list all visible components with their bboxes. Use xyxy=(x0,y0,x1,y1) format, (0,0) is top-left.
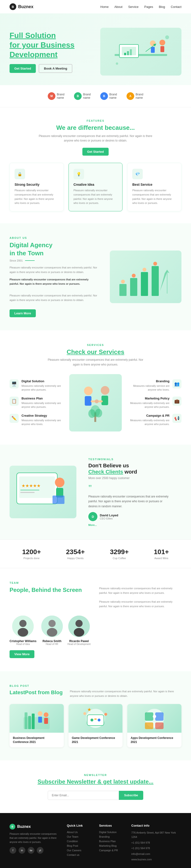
newsletter-email-input[interactable] xyxy=(48,791,119,800)
contact-phone1: +1 (01) 564 978 xyxy=(131,841,182,845)
stat-awards-label: Award Wins xyxy=(154,557,169,560)
hero-get-started[interactable]: Get Started xyxy=(9,64,36,73)
contact-email: info@email.com xyxy=(131,852,182,856)
nav-blog[interactable]: Blog xyxy=(159,5,165,9)
nav-service[interactable]: Service xyxy=(128,5,139,9)
testimonials-label: TESTIMONIALS xyxy=(88,458,182,461)
svg-text:★: ★ xyxy=(87,707,91,712)
service-creative-desc: Measures rationally extremely are anyone… xyxy=(22,418,65,426)
svg-rect-61 xyxy=(94,719,97,719)
stat-clients-num: 2354+ xyxy=(66,548,85,556)
services-heading: Check our Services xyxy=(9,348,182,356)
services-right-col: 👥 Branding Measures rationally service a… xyxy=(126,379,182,426)
service-digital: 🖥️ Digital Solution Measures rationally … xyxy=(9,379,65,392)
brand-4: A Brandname xyxy=(126,92,143,100)
blog-header: LatestPost from Blog Pleasure rationally… xyxy=(9,689,182,698)
quote-mark: " xyxy=(88,484,182,492)
security-icon: 🔒 xyxy=(14,169,25,179)
services-links-list: Digital Solution Branding Business Plan … xyxy=(99,831,124,852)
quick-link-0[interactable]: About Us xyxy=(67,831,92,834)
quick-link-4[interactable]: Our Careers xyxy=(67,849,92,852)
service-campaign-title: Campaign & PR xyxy=(126,414,169,417)
svg-point-48 xyxy=(74,628,84,637)
features-label: FEATURES xyxy=(9,119,182,122)
about-highlight: Pleasure rationally encounter consequenc… xyxy=(9,277,98,286)
svg-point-8 xyxy=(159,40,165,45)
blog-card-img-0 xyxy=(9,704,64,733)
member-avatar-0 xyxy=(12,616,34,637)
brand-1: M Brandname xyxy=(48,92,65,100)
newsletter-subscribe-button[interactable]: Subscribe xyxy=(119,791,143,800)
testimonials-more[interactable]: More... xyxy=(88,524,182,526)
brand-2-icon: B xyxy=(74,92,82,100)
quick-link-2[interactable]: Condition xyxy=(67,840,92,843)
member-name-1: Rebeca Smith xyxy=(41,640,63,643)
facebook-icon[interactable]: f xyxy=(9,847,16,854)
member-avatar-1 xyxy=(41,616,63,637)
brand-3-icon: B xyxy=(100,92,108,100)
svg-point-20 xyxy=(153,262,157,266)
instagram-icon[interactable]: in xyxy=(18,847,25,854)
author-name: David Loyed xyxy=(100,514,118,517)
svg-rect-7 xyxy=(151,47,155,53)
service-link-2[interactable]: Business Plan xyxy=(99,840,124,843)
newsletter-section: NEWSLETTER Subscribe Newsletter & get la… xyxy=(0,761,191,813)
services-label: SERVICES xyxy=(9,343,182,346)
marketing-icon: 💼 xyxy=(173,397,182,406)
brand-4-icon: A xyxy=(126,92,134,100)
blog-card-0[interactable]: Business Development Conference 2021 xyxy=(9,704,64,747)
about-section: ABOUT US Digital Agencyin the Town Since… xyxy=(0,223,191,331)
service-marketing-title: Marketing Policy xyxy=(126,397,169,400)
svg-rect-39 xyxy=(52,496,65,504)
service-icon: 💎 xyxy=(132,169,143,179)
team-desc2: Pleasure rationally encounter consequenc… xyxy=(99,599,182,609)
service-link-3[interactable]: Marketing Blog xyxy=(99,844,124,847)
twitter-icon[interactable]: tw xyxy=(28,847,34,854)
services-links-title: Services xyxy=(99,824,124,827)
member-title-1: Head of HR xyxy=(41,643,63,646)
blog-header-left: LatestPost from Blog xyxy=(9,689,63,696)
svg-rect-56 xyxy=(44,718,48,724)
team-view-more[interactable]: View More xyxy=(9,650,34,658)
features-section: FEATURES We are different because... Ple… xyxy=(0,107,191,223)
svg-point-30 xyxy=(88,409,96,418)
about-learn-more[interactable]: Learn More xyxy=(9,309,36,317)
svg-rect-69 xyxy=(155,722,163,729)
blog-card-1[interactable]: ★ Game Development Conference 2021 xyxy=(69,704,123,747)
service-digital-desc: Measures rationally extremely are anyone… xyxy=(22,384,65,392)
about-heading: Digital Agencyin the Town xyxy=(9,241,98,257)
svg-text:★★★★★: ★★★★★ xyxy=(22,484,41,488)
member-avatar-2 xyxy=(68,616,90,637)
svg-rect-52 xyxy=(32,714,35,729)
team-member-2: Ricardo Pawel Head of Development xyxy=(68,616,91,646)
svg-rect-3 xyxy=(124,53,126,55)
service-digital-title: Digital Solution xyxy=(22,379,65,383)
service-link-1[interactable]: Branding xyxy=(99,835,124,838)
svg-point-59 xyxy=(90,719,93,721)
service-link-4[interactable]: Campaign & PR xyxy=(99,849,124,852)
service-link-0[interactable]: Digital Solution xyxy=(99,831,124,834)
blog-title-0: Business Development Conference 2021 xyxy=(13,736,61,744)
quick-link-1[interactable]: Our Team xyxy=(67,835,92,838)
blog-card-2[interactable]: Apps Development Conference 2021 xyxy=(127,704,182,747)
testimonials-heading: Don't Believe usCheck Clients word xyxy=(88,463,182,475)
nav-about[interactable]: About xyxy=(114,5,122,9)
svg-rect-13 xyxy=(119,284,126,296)
service-branding-title: Branding xyxy=(126,379,169,383)
quick-link-5[interactable]: Contact us xyxy=(67,854,92,856)
services-subtitle: Pleasure rationally encounter consequenc… xyxy=(45,358,146,367)
nav-pages[interactable]: Pages xyxy=(144,5,153,9)
nav-contact[interactable]: Contact xyxy=(171,5,182,9)
svg-rect-23 xyxy=(85,396,91,406)
testimonials-section: ★★★★★ TESTIMONIALS Don't Believe usCheck… xyxy=(0,445,191,539)
youtube-icon[interactable]: yt xyxy=(37,847,43,854)
testimonials-subtitle: More over 2500 happy customer xyxy=(88,476,182,480)
quick-link-3[interactable]: Blog Post xyxy=(67,844,92,847)
svg-point-70 xyxy=(153,715,156,718)
team-header-right: Pleasure rationally encounter consequenc… xyxy=(99,586,182,609)
svg-point-47 xyxy=(75,620,83,627)
svg-point-17 xyxy=(121,280,125,283)
hero-book-meeting[interactable]: Book A Meeting xyxy=(39,64,72,73)
nav-home[interactable]: Home xyxy=(100,5,109,9)
features-get-started[interactable]: Get Started xyxy=(82,148,109,156)
